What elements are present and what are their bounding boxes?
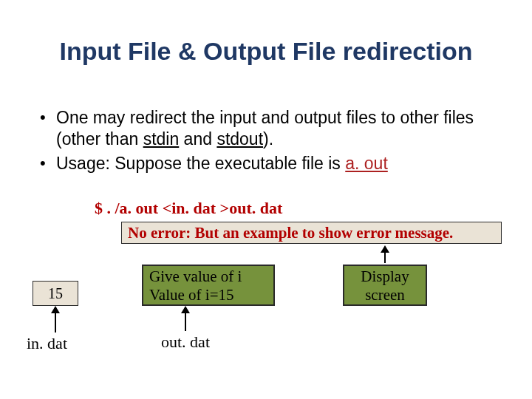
bullet-1-stdin: stdin — [143, 129, 180, 149]
bullet-1-stdout: stdout — [216, 129, 263, 149]
output-file-label: out. dat — [161, 332, 210, 352]
shell-command: $ . /a. out <in. dat >out. dat — [95, 199, 282, 218]
bullet-1-mid: and — [179, 129, 216, 149]
output-content-box: Give value of i Value of i=15 — [142, 265, 275, 306]
input-file-label: in. dat — [27, 334, 67, 353]
bullet-1: One may redirect the input and output fi… — [35, 107, 502, 150]
bullet-2-text: Usage: Suppose the executable file is — [56, 154, 345, 173]
input-value-text: 15 — [48, 285, 63, 302]
input-value-box: 15 — [33, 281, 78, 306]
bullet-2-aout: a. out — [345, 154, 388, 173]
error-message-box: No error: But an example to show error m… — [121, 222, 502, 244]
bullet-list: One may redirect the input and output fi… — [35, 107, 502, 177]
slide-title: Input File & Output File redirection — [0, 37, 532, 66]
bullet-1-end: ). — [263, 129, 273, 149]
display-screen-box: Display screen — [343, 265, 427, 306]
arrow-icon — [384, 251, 386, 263]
arrow-icon — [185, 312, 186, 331]
arrow-icon — [55, 312, 56, 332]
display-line-2: screen — [344, 286, 426, 304]
output-line-2: Value of i=15 — [149, 286, 267, 304]
slide: Input File & Output File redirection One… — [0, 0, 532, 399]
display-line-1: Display — [344, 267, 426, 286]
bullet-2: Usage: Suppose the executable file is a.… — [35, 153, 502, 174]
output-line-1: Give value of i — [149, 267, 267, 286]
error-message-text: No error: But an example to show error m… — [128, 224, 453, 242]
